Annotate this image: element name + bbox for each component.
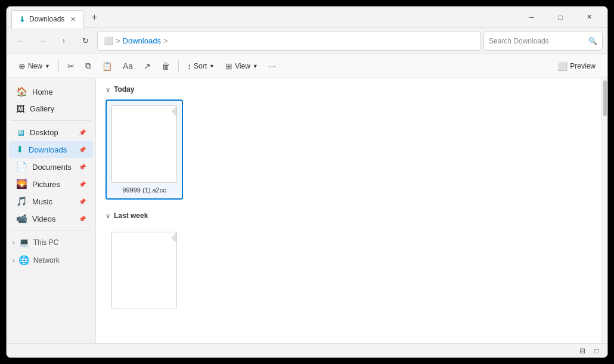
last-week-label: Last week bbox=[114, 211, 148, 220]
scrollbar-thumb[interactable] bbox=[603, 80, 607, 116]
file-name-1: 99999 (1).a2cc bbox=[122, 186, 166, 194]
maximize-button[interactable]: □ bbox=[547, 8, 574, 27]
cut-button[interactable]: ✂ bbox=[63, 58, 79, 74]
new-icon: ⊕ bbox=[18, 61, 26, 71]
back-button[interactable]: ← bbox=[11, 32, 30, 51]
forward-button[interactable]: → bbox=[33, 32, 52, 51]
file-thumb-inner-2 bbox=[111, 232, 177, 309]
documents-pin-icon: 📌 bbox=[79, 164, 86, 170]
titlebar: ⬇ Downloads ✕ + ─ □ ✕ bbox=[7, 7, 607, 28]
addressbar: ← → ↑ ↻ ⬜ > Downloads > Search Downloads… bbox=[7, 28, 607, 54]
sidebar: 🏠 Home 🖼 Gallery 🖥 Desktop 📌 ⬇ Downloads… bbox=[7, 78, 96, 343]
music-icon: 🎵 bbox=[16, 196, 27, 207]
pictures-icon: 🌄 bbox=[16, 179, 27, 189]
sort-icon: ↕ bbox=[187, 61, 191, 71]
network-expand-icon: › bbox=[13, 257, 15, 264]
last-week-section-header[interactable]: ∨ Last week bbox=[106, 211, 592, 220]
file-thumbnail-1 bbox=[111, 105, 177, 183]
search-box[interactable]: Search Downloads 🔍 bbox=[483, 32, 603, 51]
delete-icon: 🗑 bbox=[162, 61, 170, 71]
sidebar-item-pictures[interactable]: 🌄 Pictures 📌 bbox=[9, 176, 93, 192]
view-button[interactable]: ⊞ View ▼ bbox=[221, 58, 263, 74]
toolbar-separator-2 bbox=[178, 60, 179, 72]
file-explorer-window: ⬇ Downloads ✕ + ─ □ ✕ ← → ↑ ↻ ⬜ > Downlo… bbox=[6, 6, 608, 358]
desktop-icon: 🖥 bbox=[16, 127, 25, 138]
search-icon: 🔍 bbox=[588, 37, 597, 45]
refresh-button[interactable]: ↻ bbox=[76, 32, 95, 51]
sidebar-item-desktop[interactable]: 🖥 Desktop 📌 bbox=[9, 125, 93, 141]
sidebar-label-music: Music bbox=[32, 197, 52, 206]
grid-view-icon[interactable]: ⊟ bbox=[576, 345, 588, 357]
cut-icon: ✂ bbox=[67, 61, 75, 71]
view-icon: ⊞ bbox=[225, 61, 232, 71]
thispc-expand-icon: › bbox=[13, 239, 15, 246]
preview-icon: ⬜ bbox=[557, 61, 568, 71]
more-button[interactable]: ··· bbox=[264, 58, 281, 74]
copy-button[interactable]: ⧉ bbox=[80, 58, 96, 74]
minimize-button[interactable]: ─ bbox=[518, 8, 545, 27]
scrollbar-track bbox=[601, 78, 607, 343]
sort-chevron: ▼ bbox=[209, 63, 215, 69]
sidebar-label-thispc: This PC bbox=[33, 238, 59, 247]
pictures-pin-icon: 📌 bbox=[79, 181, 86, 188]
file-item-1[interactable]: 99999 (1).a2cc bbox=[106, 99, 183, 200]
sidebar-label-documents: Documents bbox=[32, 163, 72, 172]
today-chevron: ∨ bbox=[106, 86, 110, 94]
new-button[interactable]: ⊕ New ▼ bbox=[14, 58, 55, 74]
videos-icon: 📹 bbox=[16, 213, 27, 224]
sidebar-item-videos[interactable]: 📹 Videos 📌 bbox=[9, 210, 93, 227]
new-label: New bbox=[28, 62, 42, 70]
gallery-icon: 🖼 bbox=[16, 104, 25, 114]
share-button[interactable]: ↗ bbox=[139, 58, 156, 74]
address-bar[interactable]: ⬜ > Downloads > bbox=[97, 32, 481, 51]
main-area: 🏠 Home 🖼 Gallery 🖥 Desktop 📌 ⬇ Downloads… bbox=[7, 78, 607, 343]
sidebar-item-thispc[interactable]: › 💻 This PC bbox=[7, 235, 95, 250]
sidebar-item-music[interactable]: 🎵 Music 📌 bbox=[9, 193, 93, 210]
today-label: Today bbox=[114, 85, 134, 94]
videos-pin-icon: 📌 bbox=[79, 216, 86, 222]
sidebar-label-videos: Videos bbox=[32, 214, 56, 223]
tiles-view-icon[interactable]: □ bbox=[591, 345, 603, 357]
today-section-header[interactable]: ∨ Today bbox=[106, 85, 592, 94]
tab-close-button[interactable]: ✕ bbox=[70, 15, 76, 23]
sidebar-item-home[interactable]: 🏠 Home bbox=[9, 83, 93, 100]
new-chevron: ▼ bbox=[45, 63, 50, 69]
file-corner-fold-2 bbox=[166, 232, 176, 243]
path-separator-1: > bbox=[116, 36, 120, 45]
paste-icon: 📋 bbox=[102, 61, 112, 71]
sidebar-label-gallery: Gallery bbox=[30, 104, 54, 113]
more-icon: ··· bbox=[269, 61, 276, 71]
preview-label: Preview bbox=[570, 62, 596, 70]
monitor-icon: ⬜ bbox=[104, 36, 113, 45]
paste-button[interactable]: 📋 bbox=[97, 58, 117, 74]
sidebar-label-home: Home bbox=[32, 88, 53, 97]
sidebar-label-pictures: Pictures bbox=[32, 180, 60, 189]
new-tab-button[interactable]: + bbox=[86, 9, 103, 26]
preview-button[interactable]: ⬜ Preview bbox=[553, 58, 600, 74]
statusbar: ⊟ □ bbox=[7, 343, 607, 357]
sidebar-label-downloads: Downloads bbox=[29, 145, 67, 154]
sidebar-item-downloads[interactable]: ⬇ Downloads 📌 bbox=[9, 141, 93, 158]
sidebar-item-gallery[interactable]: 🖼 Gallery bbox=[9, 101, 93, 117]
rename-icon: Aa bbox=[123, 61, 133, 71]
sidebar-item-network[interactable]: › 🌐 Network bbox=[7, 253, 95, 268]
sort-button[interactable]: ↕ Sort ▼ bbox=[182, 58, 219, 74]
delete-button[interactable]: 🗑 bbox=[157, 58, 175, 74]
file-item-2[interactable] bbox=[106, 226, 183, 319]
sidebar-divider-1 bbox=[11, 120, 91, 121]
rename-button[interactable]: Aa bbox=[118, 58, 138, 74]
copy-icon: ⧉ bbox=[85, 61, 91, 71]
tab-downloads[interactable]: ⬇ Downloads ✕ bbox=[11, 10, 83, 28]
desktop-pin-icon: 📌 bbox=[79, 129, 86, 136]
path-separator-2: > bbox=[163, 36, 168, 45]
sidebar-item-documents[interactable]: 📄 Documents 📌 bbox=[9, 158, 93, 175]
search-placeholder: Search Downloads bbox=[489, 37, 549, 45]
view-chevron: ▼ bbox=[253, 63, 258, 69]
network-icon: 🌐 bbox=[18, 255, 30, 266]
view-label: View bbox=[235, 62, 250, 70]
sidebar-divider-2 bbox=[11, 231, 91, 231]
last-week-chevron: ∨ bbox=[106, 212, 110, 220]
file-thumbnail-2 bbox=[111, 232, 177, 309]
close-button[interactable]: ✕ bbox=[575, 8, 603, 27]
up-button[interactable]: ↑ bbox=[54, 32, 73, 51]
